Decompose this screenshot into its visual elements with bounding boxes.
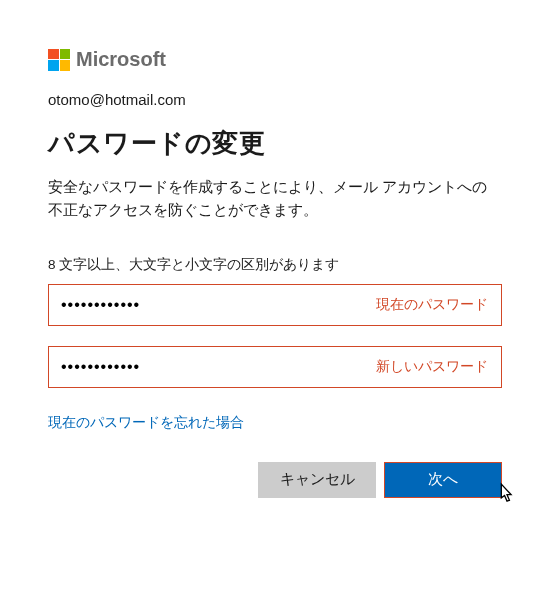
page-description: 安全なパスワードを作成することにより、メール アカウントへの不正なアクセスを防ぐ… <box>48 175 502 222</box>
new-password-input[interactable] <box>48 346 502 388</box>
current-password-row: 現在のパスワード <box>48 284 502 326</box>
microsoft-logo-text: Microsoft <box>76 48 166 71</box>
password-hint: 8 文字以上、大文字と小文字の区別があります <box>48 256 502 274</box>
microsoft-logo: Microsoft <box>48 48 502 71</box>
button-row: キャンセル 次へ <box>48 462 502 498</box>
next-button[interactable]: 次へ <box>384 462 502 498</box>
cancel-button[interactable]: キャンセル <box>258 462 376 498</box>
current-password-input[interactable] <box>48 284 502 326</box>
forgot-password-link[interactable]: 現在のパスワードを忘れた場合 <box>48 414 244 432</box>
page-title: パスワードの変更 <box>48 126 502 161</box>
account-email: otomo@hotmail.com <box>48 91 502 108</box>
new-password-row: 新しいパスワード <box>48 346 502 388</box>
microsoft-logo-icon <box>48 49 70 71</box>
